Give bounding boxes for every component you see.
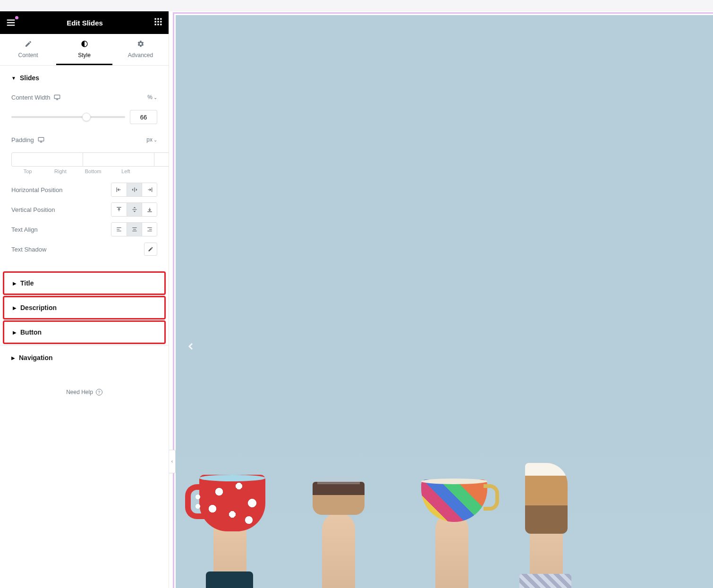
align-middle-icon xyxy=(131,206,138,213)
svg-rect-4 xyxy=(157,18,159,20)
vpos-bottom[interactable] xyxy=(142,203,157,216)
padding-bottom-input[interactable] xyxy=(154,152,169,167)
padding-right-label: Right xyxy=(44,168,76,174)
apps-button[interactable] xyxy=(153,17,163,28)
hpos-center[interactable] xyxy=(127,183,142,196)
svg-rect-10 xyxy=(157,24,159,25)
caret-down-icon: ▼ xyxy=(11,76,16,81)
caret-right-icon: ▶ xyxy=(13,281,17,286)
padding-top-label: Top xyxy=(11,168,44,174)
section-description: ▶ Description xyxy=(3,296,166,319)
content-width-slider-row xyxy=(11,110,157,124)
content-width-row: Content Width % ⌄ xyxy=(11,90,157,104)
desktop-icon[interactable] xyxy=(38,136,44,143)
illustration xyxy=(322,512,355,588)
vpos-group xyxy=(111,202,157,217)
svg-rect-12 xyxy=(55,95,60,99)
help-icon: ? xyxy=(96,389,102,395)
padding-bottom-label: Bottom xyxy=(77,168,110,174)
illustration xyxy=(313,482,365,515)
tab-content[interactable]: Content xyxy=(0,34,56,65)
content-width-slider[interactable] xyxy=(11,116,125,118)
gear-icon xyxy=(137,40,144,48)
svg-rect-9 xyxy=(155,24,156,25)
hpos-group xyxy=(111,183,157,197)
illustration xyxy=(206,571,253,588)
textalign-right[interactable] xyxy=(142,223,157,236)
editor-sidebar: Edit Slides Content Style Advanced ▼ S xyxy=(0,11,169,588)
chevron-down-icon: ⌄ xyxy=(153,137,157,143)
svg-rect-3 xyxy=(155,18,156,20)
illustration xyxy=(435,512,468,588)
section-description-header[interactable]: ▶ Description xyxy=(4,297,164,318)
section-slides-body: Content Width % ⌄ Paddi xyxy=(0,88,169,270)
text-left-icon xyxy=(116,226,122,233)
textalign-left[interactable] xyxy=(111,223,127,236)
sidebar-header: Edit Slides xyxy=(0,11,169,34)
section-slides-header[interactable]: ▼ Slides xyxy=(0,66,169,88)
app-root: Edit Slides Content Style Advanced ▼ S xyxy=(0,0,713,588)
content-width-value[interactable] xyxy=(130,110,157,124)
svg-rect-8 xyxy=(160,21,161,22)
align-left-icon xyxy=(116,186,122,193)
padding-top-input[interactable] xyxy=(11,152,83,167)
illustration xyxy=(519,574,571,588)
browser-chrome-spacer xyxy=(0,0,713,11)
section-slides-title: Slides xyxy=(20,74,39,82)
pencil-icon xyxy=(25,40,32,48)
vpos-label: Vertical Position xyxy=(11,206,55,213)
slider-thumb[interactable] xyxy=(82,113,91,121)
tab-advanced[interactable]: Advanced xyxy=(112,34,169,65)
textalign-center[interactable] xyxy=(127,223,142,236)
notification-dot xyxy=(15,16,18,19)
hamburger-icon xyxy=(6,17,16,28)
padding-unit[interactable]: px ⌄ xyxy=(146,136,157,143)
slide-canvas[interactable] xyxy=(176,15,713,588)
vpos-middle[interactable] xyxy=(127,203,142,216)
align-right-icon xyxy=(146,186,153,193)
section-button: ▶ Button xyxy=(3,320,166,344)
svg-rect-6 xyxy=(155,21,156,22)
section-description-label: Description xyxy=(20,304,57,311)
tab-advanced-label: Advanced xyxy=(128,52,153,59)
textalign-row: Text Align xyxy=(11,222,157,236)
section-navigation-header[interactable]: ▶ Navigation xyxy=(0,345,169,370)
help-link[interactable]: Need Help ? xyxy=(0,370,169,403)
align-top-icon xyxy=(116,206,122,213)
align-bottom-icon xyxy=(146,206,153,213)
align-center-h-icon xyxy=(131,186,138,193)
padding-inputs xyxy=(11,152,157,167)
section-navigation-label: Navigation xyxy=(19,354,53,361)
pencil-icon xyxy=(148,246,153,252)
menu-button[interactable] xyxy=(6,17,16,28)
content-width-unit-text: % xyxy=(147,94,153,101)
tab-style[interactable]: Style xyxy=(56,34,112,65)
section-title-label: Title xyxy=(20,279,34,287)
hpos-left[interactable] xyxy=(111,183,127,196)
caret-right-icon: ▶ xyxy=(11,355,15,361)
section-navigation: ▶ Navigation xyxy=(0,345,169,370)
text-right-icon xyxy=(146,226,153,233)
illustration xyxy=(199,475,265,531)
hpos-row: Horizontal Position xyxy=(11,183,157,197)
illustration xyxy=(525,463,568,534)
vpos-top[interactable] xyxy=(111,203,127,216)
desktop-icon[interactable] xyxy=(54,94,60,101)
section-button-header[interactable]: ▶ Button xyxy=(4,322,164,343)
caret-right-icon: ▶ xyxy=(13,305,17,311)
section-title-header[interactable]: ▶ Title xyxy=(4,273,164,294)
illustration xyxy=(421,479,487,522)
textshadow-edit[interactable] xyxy=(144,243,157,256)
padding-right-input[interactable] xyxy=(83,152,154,167)
slide-prev-arrow[interactable] xyxy=(185,338,196,357)
textalign-label: Text Align xyxy=(11,226,38,233)
text-center-icon xyxy=(131,226,138,233)
chevron-left-icon xyxy=(185,338,196,355)
spacer xyxy=(142,168,157,174)
content-width-unit[interactable]: % ⌄ xyxy=(147,94,157,101)
textalign-group xyxy=(111,222,157,236)
hpos-right[interactable] xyxy=(142,183,157,196)
padding-left-label: Left xyxy=(110,168,142,174)
grid-icon xyxy=(153,17,163,26)
panel-collapse-toggle[interactable]: ‹ xyxy=(169,450,176,473)
